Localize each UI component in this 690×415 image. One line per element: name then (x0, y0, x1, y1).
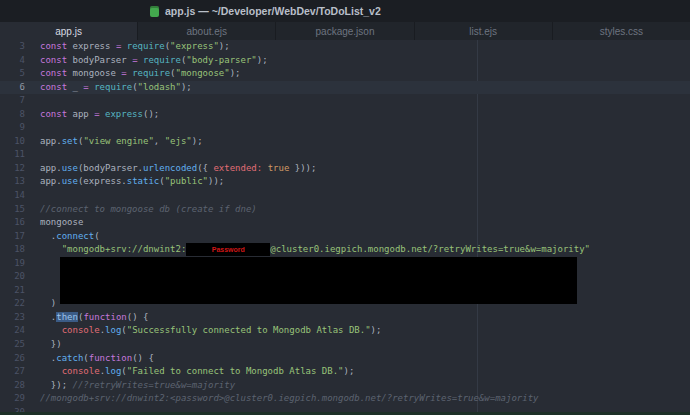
line-number: 17 (0, 230, 34, 244)
editor-window: app.js — ~/Developer/WebDev/ToDoList_v2 … (0, 0, 690, 415)
line-number: 27 (0, 365, 34, 379)
code-line[interactable]: 15//connect to mongoose db (create if dn… (0, 203, 690, 217)
code-line[interactable]: 14 (0, 189, 690, 203)
code-line[interactable]: 25 }) (0, 338, 690, 352)
line-number: 21 (0, 284, 34, 298)
token-pr: console (62, 325, 100, 335)
tab-about-ejs[interactable]: about.ejs (138, 22, 276, 40)
token-pr: console (62, 366, 100, 376)
line-number: 24 (0, 324, 34, 338)
token-me: connect (56, 231, 94, 241)
code-line[interactable]: 28 }); //?retryWrites=true&w=majority (0, 379, 690, 393)
code-line[interactable]: 27 console.log("Failed to connect to Mon… (0, 365, 690, 379)
token-pl (40, 366, 62, 376)
token-pl: . (40, 231, 56, 241)
code-line[interactable]: 18 "mongodb+srv://dnwint2:Password@clust… (0, 243, 690, 257)
code-line[interactable]: 29//mongodb+srv://dnwint2:<password>@clu… (0, 392, 690, 406)
code-line[interactable]: 5const mongoose = require("mongoose"); (0, 67, 690, 81)
line-number: 23 (0, 311, 34, 325)
token-kw: function (83, 312, 126, 322)
token-pl: () { (127, 312, 149, 322)
line-number: 8 (0, 108, 34, 122)
code-line[interactable]: 4const bodyParser = require("body-parser… (0, 54, 690, 68)
line-number: 5 (0, 67, 34, 81)
code-text: .catch(function() { (40, 352, 154, 366)
token-pl: , (154, 136, 165, 146)
tab-app-js[interactable]: app.js (0, 22, 138, 40)
line-number: 4 (0, 54, 34, 68)
token-pl: ( (94, 231, 99, 241)
tab-styles-css[interactable]: styles.css (553, 22, 690, 40)
tab-package-json[interactable]: package.json (276, 22, 414, 40)
code-line[interactable]: 10app.set("view engine", "ejs"); (0, 135, 690, 149)
token-pl: ); (181, 82, 192, 92)
token-kw: const (40, 109, 67, 119)
token-st: "Successfully connected to Mongodb Atlas… (127, 325, 371, 335)
line-number: 9 (0, 121, 34, 135)
code-editor[interactable]: 3const express = require("express");4con… (0, 40, 690, 415)
code-text: const app = express(); (40, 108, 159, 122)
line-number: 7 (0, 94, 34, 108)
token-kw: function (89, 353, 132, 363)
token-me: use (62, 163, 78, 173)
tab-bar: app.jsabout.ejspackage.jsonlist.ejsstyle… (0, 22, 690, 40)
code-text: console.log("Successfully connected to M… (40, 324, 381, 338)
token-me: use (62, 176, 78, 186)
token-pl: )); (208, 176, 224, 186)
line-number: 29 (0, 392, 34, 406)
token-cm: //mongodb+srv://dnwint2:<password>@clust… (40, 393, 539, 403)
code-text: "mongodb+srv://dnwint2:Password@cluster0… (40, 243, 590, 257)
code-line[interactable]: 9 (0, 121, 690, 135)
token-pl: express (67, 41, 116, 51)
code-text: ) (40, 297, 56, 311)
token-pl: (); (143, 109, 159, 119)
code-line[interactable]: 16mongoose (0, 216, 690, 230)
token-pl: mongoose (67, 68, 121, 78)
line-number: 16 (0, 216, 34, 230)
token-fn: require (143, 55, 181, 65)
code-line[interactable]: 8const app = express(); (0, 108, 690, 122)
line-number: 14 (0, 189, 34, 203)
line-number: 10 (0, 135, 34, 149)
code-line[interactable]: 26 .catch(function() { (0, 352, 690, 366)
token-pl: ); (343, 366, 354, 376)
token-st: "body-parser" (186, 55, 256, 65)
code-line[interactable]: 11 (0, 148, 690, 162)
token-pl: ); (257, 55, 268, 65)
code-line[interactable]: 17 .connect( (0, 230, 690, 244)
selected-word: then (56, 312, 78, 322)
redacted-password-box: Password (186, 243, 270, 256)
token-me: urlencoded (143, 163, 197, 173)
token-pr: extended: (213, 163, 262, 173)
token-fn: require (132, 68, 170, 78)
token-pl: app. (40, 136, 62, 146)
token-pl: ) (40, 298, 56, 308)
token-pl: ({ (197, 163, 213, 173)
title-bar: app.js — ~/Developer/WebDev/ToDoList_v2 (0, 0, 690, 22)
token-cm: //connect to mongoose db (create if dne) (40, 204, 257, 214)
line-number: 26 (0, 352, 34, 366)
token-kw: const (40, 82, 67, 92)
line-number: 15 (0, 203, 34, 217)
code-line[interactable]: 6const _ = require("lodash"); (0, 81, 690, 95)
token-st: "mongoose" (175, 68, 229, 78)
line-number: 13 (0, 175, 34, 189)
token-fn: express (105, 109, 143, 119)
line-number: 25 (0, 338, 34, 352)
code-line[interactable]: 13app.use(express.static("public")); (0, 175, 690, 189)
token-fn: require (94, 82, 132, 92)
token-pl: })); (289, 163, 316, 173)
code-line[interactable]: 3const express = require("express"); (0, 40, 690, 54)
token-kw: const (40, 41, 67, 51)
code-text: const bodyParser = require("body-parser"… (40, 54, 268, 68)
code-line[interactable]: 12app.use(bodyParser.urlencoded({ extend… (0, 162, 690, 176)
code-line[interactable]: 23 .then(function() { (0, 311, 690, 325)
code-text: //mongodb+srv://dnwint2:<password>@clust… (40, 392, 539, 406)
line-number: 11 (0, 148, 34, 162)
line-number: 12 (0, 162, 34, 176)
tab-list-ejs[interactable]: list.ejs (415, 22, 553, 40)
code-text: const mongoose = require("mongoose"); (40, 67, 241, 81)
code-line[interactable]: 24 console.log("Successfully connected t… (0, 324, 690, 338)
code-line[interactable]: 7 (0, 94, 690, 108)
token-st: "Failed to connect to Mongodb Atlas DB." (127, 366, 344, 376)
